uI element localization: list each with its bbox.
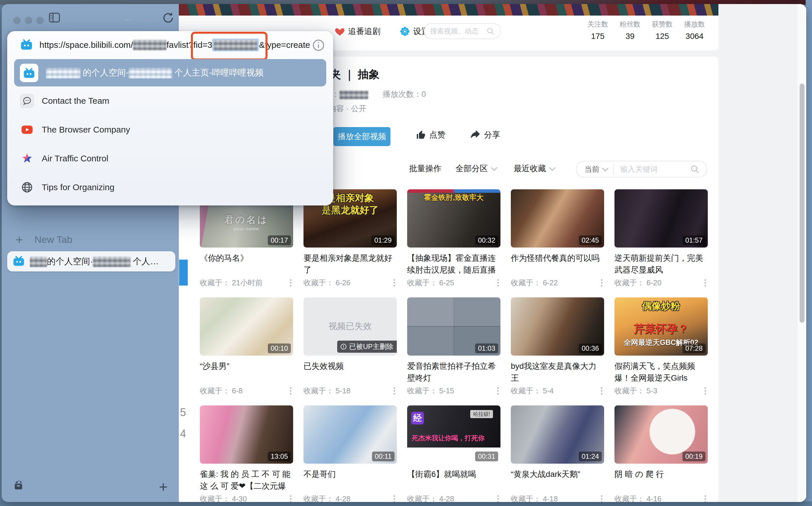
video-title[interactable]: 【街霸6】就喝就喝 (407, 468, 500, 480)
more-menu-icon[interactable] (392, 278, 397, 287)
video-card[interactable]: 02:45作为怪猎代餐真的可以吗收藏于： 6-22 (511, 189, 604, 288)
video-card[interactable]: 00:10“沙县男”收藏于： 6-8 (200, 298, 293, 396)
suggestion-item[interactable]: Air Traffic Control (14, 146, 326, 171)
video-thumbnail[interactable]: 00:36 (511, 298, 604, 356)
video-title[interactable]: “沙县男” (200, 360, 293, 372)
video-card[interactable]: 01:24“黄泉大战dark天鹅”收藏于： 4-18 (511, 405, 604, 502)
more-menu-icon[interactable] (703, 494, 708, 502)
folder-selected-indicator[interactable] (179, 260, 188, 285)
more-menu-icon[interactable] (599, 386, 604, 396)
video-thumbnail[interactable]: 偶像炒粉芹菜怀孕？全网最逆天GBC解析0207:28 (614, 298, 708, 356)
suggestion-item[interactable]: Tips for Organizing (14, 175, 326, 199)
new-tab-button[interactable]: +New Tab (15, 233, 72, 247)
video-title[interactable]: 【抽象现场】霍金直播连续肘击汉尼拔，随后直播间被封 (407, 252, 500, 276)
scrollbar-thumb[interactable] (800, 84, 805, 323)
stat-column[interactable]: 播放数3064 (682, 20, 707, 41)
thumbnail-text: 哈拉硕! (470, 410, 493, 418)
share-button[interactable]: 分享 (470, 130, 500, 140)
more-menu-icon[interactable] (496, 386, 500, 396)
video-title[interactable]: 雀巢: 我 的 员 工 不 可 能 这 么 可 爱❤【二次元爆改 (200, 468, 293, 492)
more-menu-icon[interactable] (496, 494, 500, 502)
more-menu-icon[interactable] (599, 278, 604, 287)
stat-column[interactable]: 粉丝数39 (618, 20, 642, 41)
video-card[interactable]: 00:36byd我这室友是真像大力王收藏于： 5-4 (511, 298, 604, 396)
library-icon[interactable] (12, 478, 25, 492)
reload-icon[interactable] (162, 11, 175, 25)
video-title[interactable]: 爱音拍素世拍祥子拍立希壁咚灯 (407, 360, 500, 384)
video-card[interactable]: 经哈拉硕!死杰米我让你喝，打死你00:31【街霸6】就喝就喝收藏于： 4-28 (407, 405, 500, 502)
video-card[interactable]: 偶像炒粉芹菜怀孕？全网最逆天GBC解析0207:28假药满天飞，笑点频频爆！全网… (614, 298, 708, 396)
video-title[interactable]: 《你的马名》 (200, 252, 293, 264)
video-thumbnail[interactable]: 01:03 (407, 298, 500, 356)
video-card[interactable]: 01:03爱音拍素世拍祥子拍立希壁咚灯收藏于： 5-15 (407, 298, 500, 396)
page-scrollbar[interactable] (798, 4, 806, 502)
like-button[interactable]: 点赞 (415, 130, 445, 140)
stat-value: 175 (585, 32, 610, 41)
video-thumbnail[interactable]: 00:19 (614, 405, 708, 463)
url-bar[interactable]: https://space.bilibili.com/favlist?fid=3… (7, 31, 333, 59)
stat-column[interactable]: 关注数175 (585, 20, 610, 41)
traffic-light-zoom[interactable] (36, 17, 44, 24)
more-menu-icon[interactable] (392, 494, 397, 502)
stat-column[interactable]: 获赞数125 (650, 20, 675, 41)
site-search[interactable]: 搜索视频、动态 (424, 23, 501, 39)
suggestion-label: Contact the Team (42, 96, 109, 106)
video-thumbnail[interactable]: 霍金铁肘,致敬牢大00:32 (407, 189, 500, 248)
traffic-light-minimize[interactable] (25, 17, 32, 24)
video-title[interactable]: 不是哥们 (303, 468, 397, 480)
batch-action-button[interactable]: 批量操作 (409, 163, 441, 174)
scope-dropdown[interactable]: 当前 (585, 164, 608, 174)
video-title[interactable]: 作为怪猎代餐真的可以吗 (511, 252, 604, 264)
more-menu-icon[interactable] (392, 386, 397, 396)
more-menu-icon[interactable] (703, 386, 708, 396)
video-card[interactable]: 视频已失效已被UP主删除已失效视频收藏于： 5-18 (303, 298, 397, 396)
more-menu-icon[interactable] (496, 278, 500, 287)
play-all-button[interactable]: 播放全部视频 (333, 127, 391, 146)
keyword-search[interactable]: 当前 输入关键词 (576, 161, 707, 177)
video-thumbnail[interactable]: 经哈拉硕!死杰米我让你喝，打死你00:31 (407, 405, 500, 463)
active-tab[interactable]: 的个人空间· 个人… (7, 251, 175, 271)
back-arrow-icon[interactable]: ← (123, 12, 134, 24)
video-card[interactable]: 01:57逆天萌新提前关门，完美武器尽显威风收藏于： 6-20 (614, 189, 708, 288)
traffic-light-close[interactable] (13, 17, 21, 24)
video-title[interactable]: 已失效视频 (303, 360, 397, 372)
more-menu-icon[interactable] (288, 278, 293, 287)
video-card[interactable]: 霍金铁肘,致敬牢大00:32【抽象现场】霍金直播连续肘击汉尼拔，随后直播间被封收… (407, 189, 500, 288)
youtube-icon (20, 122, 34, 137)
video-thumbnail[interactable]: 02:45 (511, 189, 604, 248)
video-title[interactable]: 逆天萌新提前关门，完美武器尽显威风 (614, 252, 708, 276)
video-thumbnail[interactable]: 13:05 (200, 405, 293, 463)
saved-date: 收藏于： 5-3 (614, 386, 657, 396)
folder-count: 5 (180, 406, 192, 419)
video-title[interactable]: byd我这室友是真像大力王 (511, 360, 604, 384)
new-space-plus-icon[interactable]: + (159, 481, 168, 493)
video-thumbnail[interactable]: 视频已失效已被UP主删除 (303, 298, 397, 356)
video-card[interactable]: 13:05雀巢: 我 的 员 工 不 可 能 这 么 可 爱❤【二次元爆改收藏于… (200, 405, 293, 502)
category-dropdown[interactable]: 全部分区 (455, 163, 496, 174)
video-title[interactable]: 阴 暗 の 爬 行 (614, 468, 708, 480)
search-icon (690, 164, 700, 174)
video-thumbnail[interactable]: 00:11 (303, 405, 397, 463)
sort-dropdown[interactable]: 最近收藏 (514, 163, 554, 174)
duration-badge: 00:17 (268, 235, 291, 245)
forward-arrow-icon[interactable]: → (142, 12, 154, 24)
video-thumbnail[interactable]: 01:57 (614, 189, 708, 248)
info-icon[interactable] (312, 38, 325, 53)
video-title[interactable]: “黄泉大战dark天鹅” (511, 468, 604, 480)
suggestion-item[interactable]: The Browser Company (14, 117, 326, 142)
video-card[interactable]: 00:19阴 暗 の 爬 行收藏于： 4-16 (614, 405, 708, 502)
more-menu-icon[interactable] (288, 386, 293, 396)
more-menu-icon[interactable] (599, 494, 604, 502)
video-thumbnail[interactable]: 01:24 (511, 405, 604, 463)
video-thumbnail[interactable]: 00:10 (200, 298, 293, 356)
more-menu-icon[interactable] (703, 278, 708, 287)
sidebar-toggle-icon[interactable] (48, 11, 61, 25)
more-menu-icon[interactable] (288, 494, 293, 502)
suggestion-selected[interactable]: 的个人空间- 个人主页-哔哩哔哩视频 (14, 59, 326, 86)
video-title[interactable]: 要是相亲对象是黑龙就好了 (303, 252, 397, 276)
video-title[interactable]: 假药满天飞，笑点频频爆！全网最逆天Girls Band Cry解析 (614, 360, 708, 384)
saved-date: 收藏于： 4-16 (614, 494, 662, 502)
video-card[interactable]: 00:11不是哥们收藏于： 4-28 (303, 405, 397, 502)
nav-bangumi[interactable]: 追番追剧 (334, 26, 380, 37)
suggestion-item[interactable]: Contact the Team (14, 89, 326, 113)
